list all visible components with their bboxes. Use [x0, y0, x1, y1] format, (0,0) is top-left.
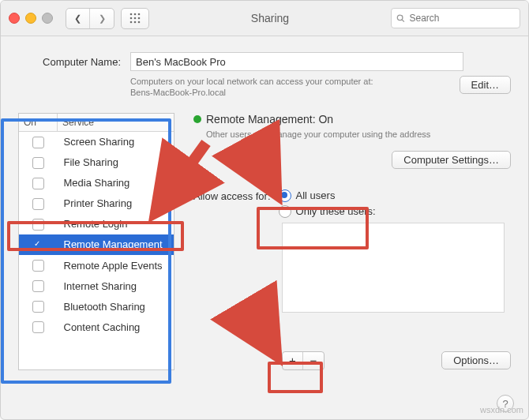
access-only-users[interactable]: Only these users:: [279, 205, 376, 218]
service-checkbox[interactable]: [19, 234, 58, 255]
service-label: Media Sharing: [58, 173, 174, 193]
close-icon[interactable]: [9, 13, 20, 24]
service-checkbox[interactable]: [19, 131, 58, 152]
search-field[interactable]: [391, 8, 520, 28]
window-title: Sharing: [156, 12, 385, 24]
minimize-icon[interactable]: [25, 13, 36, 24]
service-checkbox[interactable]: [19, 255, 58, 276]
service-label: Screen Sharing: [58, 131, 174, 152]
checkbox-icon: [32, 219, 44, 231]
svg-point-0: [130, 13, 133, 16]
radio-icon: [279, 205, 291, 218]
service-label: Printer Sharing: [58, 193, 174, 214]
service-label: Internet Sharing: [58, 276, 174, 296]
computer-name-help: Computers on your local network can acce…: [130, 76, 448, 99]
table-row[interactable]: Remote Management: [19, 234, 174, 255]
table-row[interactable]: File Sharing: [19, 152, 174, 173]
radio-icon: [279, 189, 291, 202]
svg-point-5: [138, 17, 141, 20]
table-row[interactable]: Internet Sharing: [19, 276, 174, 296]
add-user-button[interactable]: +: [283, 352, 303, 369]
grid-icon: [129, 13, 141, 24]
service-label: Remote Apple Events: [58, 255, 174, 276]
search-input[interactable]: [408, 12, 515, 24]
checkbox-icon: [32, 321, 44, 333]
back-button[interactable]: ❮: [66, 9, 90, 28]
svg-point-4: [134, 17, 137, 20]
checkbox-icon: [32, 260, 44, 272]
checkbox-icon: [32, 280, 44, 292]
access-all-users[interactable]: All users: [279, 189, 376, 202]
service-checkbox[interactable]: [19, 214, 58, 234]
svg-point-9: [397, 15, 403, 21]
access-label: Allow access for:: [193, 189, 271, 202]
svg-point-2: [138, 13, 141, 16]
show-all-button[interactable]: [121, 8, 149, 29]
table-row[interactable]: Printer Sharing: [19, 193, 174, 214]
table-row[interactable]: Remote Apple Events: [19, 255, 174, 276]
watermark: wsxdn.com: [480, 405, 523, 414]
user-list[interactable]: [282, 223, 505, 313]
window-controls: [9, 13, 53, 24]
services-table[interactable]: On Service Screen SharingFile SharingMed…: [18, 113, 174, 370]
table-row[interactable]: Remote Login: [19, 214, 174, 234]
status-dot-icon: [193, 115, 201, 123]
col-header-service[interactable]: Service: [58, 114, 174, 132]
service-checkbox[interactable]: [19, 296, 58, 317]
service-label: File Sharing: [58, 152, 174, 173]
checkbox-icon: [32, 137, 44, 148]
svg-point-6: [130, 21, 133, 24]
options-button[interactable]: Options…: [441, 351, 511, 369]
checkbox-icon: [32, 178, 44, 189]
service-label: Content Caching: [58, 317, 174, 337]
service-checkbox[interactable]: [19, 193, 58, 214]
nav-back-forward[interactable]: ❮ ❯: [66, 8, 114, 29]
table-row[interactable]: Content Caching: [19, 317, 174, 337]
forward-button[interactable]: ❯: [90, 9, 114, 28]
computer-settings-button[interactable]: Computer Settings…: [392, 151, 511, 169]
table-row[interactable]: Media Sharing: [19, 173, 174, 193]
service-checkbox[interactable]: [19, 173, 58, 193]
checkbox-icon: [32, 198, 44, 210]
svg-point-1: [134, 13, 137, 16]
status-help: Other users can manage your computer usi…: [206, 129, 511, 140]
computer-name-input[interactable]: [130, 52, 463, 71]
maximize-icon: [42, 13, 53, 24]
checkbox-icon: [32, 157, 44, 169]
status-title: Remote Management: On: [206, 113, 333, 126]
table-row[interactable]: Bluetooth Sharing: [19, 296, 174, 317]
col-header-on[interactable]: On: [19, 114, 58, 132]
svg-line-10: [402, 20, 404, 22]
service-checkbox[interactable]: [19, 317, 58, 337]
service-label: Remote Login: [58, 214, 174, 234]
service-checkbox[interactable]: [19, 276, 58, 296]
service-label: Bluetooth Sharing: [58, 296, 174, 317]
table-row[interactable]: Screen Sharing: [19, 131, 174, 152]
svg-point-3: [130, 17, 133, 20]
search-icon: [396, 13, 405, 23]
edit-button[interactable]: Edit…: [460, 76, 511, 94]
svg-point-8: [138, 21, 141, 24]
service-checkbox[interactable]: [19, 152, 58, 173]
computer-name-label: Computer Name:: [18, 56, 122, 68]
checkbox-icon: [32, 239, 44, 251]
service-label: Remote Management: [58, 234, 174, 255]
checkbox-icon: [32, 301, 44, 313]
remove-user-button[interactable]: −: [303, 352, 324, 369]
svg-point-7: [134, 21, 137, 24]
